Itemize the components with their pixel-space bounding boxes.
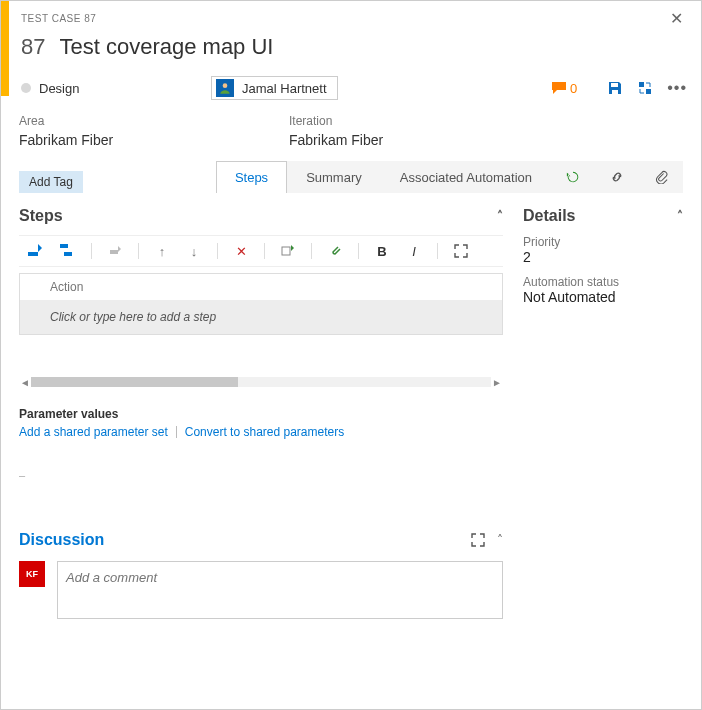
work-item-dialog: TEST CASE 87 ✕ 87 Test coverage map UI D…: [0, 0, 702, 710]
state-label: Design: [39, 81, 79, 96]
scroll-thumb[interactable]: [31, 377, 238, 387]
svg-rect-6: [110, 250, 118, 254]
tab-steps[interactable]: Steps: [216, 161, 287, 193]
add-shared-parameter-link[interactable]: Add a shared parameter set: [19, 425, 168, 439]
collapse-details-icon[interactable]: ˄: [677, 209, 683, 223]
tab-attachments[interactable]: [639, 161, 683, 193]
more-actions-icon[interactable]: •••: [667, 79, 687, 97]
tab-bar: Steps Summary Associated Automation: [216, 160, 683, 193]
iteration-value[interactable]: Fabrikam Fiber: [289, 132, 519, 148]
add-step-placeholder[interactable]: Click or type here to add a step: [20, 300, 502, 334]
add-tag-button[interactable]: Add Tag: [19, 171, 83, 193]
discussion-title: Discussion: [19, 531, 104, 549]
add-attachment-step-icon[interactable]: [326, 242, 344, 260]
scroll-right-icon[interactable]: ►: [491, 377, 503, 388]
work-item-id: 87: [21, 34, 45, 60]
steps-toolbar: ↑ ↓ ✕ B I: [19, 235, 503, 267]
svg-rect-1: [611, 83, 618, 87]
steps-section-title: Steps: [19, 207, 63, 225]
user-avatar: KF: [19, 561, 45, 587]
move-up-icon[interactable]: ↑: [153, 242, 171, 260]
collapse-discussion-icon[interactable]: ˄: [497, 533, 503, 547]
svg-rect-7: [282, 247, 290, 255]
insert-shared-step-icon[interactable]: [59, 242, 77, 260]
collapsed-section-indicator[interactable]: –: [19, 469, 503, 481]
collapse-steps-icon[interactable]: ˄: [497, 209, 503, 223]
convert-shared-parameters-link[interactable]: Convert to shared parameters: [185, 425, 344, 439]
svg-rect-4: [60, 244, 68, 248]
fullscreen-icon[interactable]: [452, 242, 470, 260]
link-icon: [610, 170, 624, 184]
tab-automation[interactable]: Associated Automation: [381, 161, 551, 193]
priority-label: Priority: [523, 235, 683, 249]
state-picker[interactable]: Design: [21, 81, 211, 96]
area-label: Area: [19, 114, 249, 128]
iteration-label: Iteration: [289, 114, 519, 128]
horizontal-scrollbar[interactable]: ◄ ►: [19, 375, 503, 389]
insert-step-icon[interactable]: [27, 242, 45, 260]
comment-icon: [552, 82, 566, 94]
fullscreen-discussion-icon[interactable]: [471, 533, 485, 547]
create-shared-steps-icon[interactable]: [106, 242, 124, 260]
parameter-values-heading: Parameter values: [19, 407, 503, 421]
svg-rect-5: [64, 252, 72, 256]
svg-point-0: [223, 83, 228, 88]
tab-summary[interactable]: Summary: [287, 161, 381, 193]
accent-bar: [1, 1, 9, 96]
insert-param-icon[interactable]: [279, 242, 297, 260]
delete-step-icon[interactable]: ✕: [232, 242, 250, 260]
automation-status-label: Automation status: [523, 275, 683, 289]
tab-links[interactable]: [595, 161, 639, 193]
assignee-name: Jamal Hartnett: [242, 81, 327, 96]
avatar-icon: [216, 79, 234, 97]
save-icon[interactable]: [607, 80, 623, 96]
work-item-type-label: TEST CASE 87: [21, 13, 96, 24]
refresh-icon[interactable]: [637, 80, 653, 96]
comment-indicator[interactable]: 0: [552, 81, 577, 96]
tab-history[interactable]: [551, 161, 595, 193]
work-item-title[interactable]: Test coverage map UI: [59, 34, 273, 60]
assignee-picker[interactable]: Jamal Hartnett: [211, 76, 338, 100]
comment-input[interactable]: [57, 561, 503, 619]
column-action-header: Action: [20, 274, 502, 300]
details-section-title: Details: [523, 207, 575, 225]
state-dot-icon: [21, 83, 31, 93]
automation-status-value[interactable]: Not Automated: [523, 289, 683, 305]
scroll-left-icon[interactable]: ◄: [19, 377, 31, 388]
italic-icon[interactable]: I: [405, 242, 423, 260]
steps-grid: Action Click or type here to add a step: [19, 273, 503, 335]
area-value[interactable]: Fabrikam Fiber: [19, 132, 249, 148]
move-down-icon[interactable]: ↓: [185, 242, 203, 260]
svg-rect-2: [612, 90, 618, 94]
close-icon[interactable]: ✕: [666, 9, 688, 28]
bold-icon[interactable]: B: [373, 242, 391, 260]
priority-value[interactable]: 2: [523, 249, 683, 265]
history-icon: [566, 170, 580, 184]
attachment-icon: [654, 170, 668, 184]
svg-rect-3: [28, 252, 38, 256]
comment-count: 0: [570, 81, 577, 96]
